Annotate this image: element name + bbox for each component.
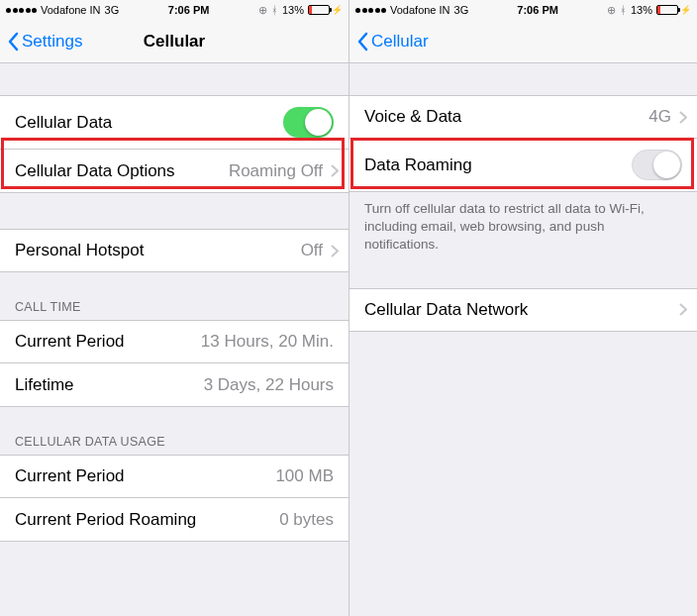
status-bar: Vodafone IN 3G 7:06 PM ⊕ ᚼ 13% ⚡ bbox=[349, 0, 697, 20]
battery-pct-label: 13% bbox=[631, 4, 652, 16]
carrier-label: Vodafone IN bbox=[390, 4, 450, 16]
row-label: Current Period bbox=[15, 332, 125, 352]
row-label: Voice & Data bbox=[364, 107, 461, 127]
nav-bar: Settings Cellular bbox=[0, 20, 348, 63]
row-label: Current Period bbox=[15, 466, 125, 486]
row-call-lifetime: Lifetime 3 Days, 22 Hours bbox=[0, 363, 348, 407]
row-label: Cellular Data Network bbox=[364, 300, 528, 320]
back-label: Cellular bbox=[371, 32, 429, 51]
row-label: Cellular Data Options bbox=[15, 161, 175, 181]
signal-dots-icon bbox=[6, 8, 37, 13]
section-header-call-time: CALL TIME bbox=[0, 272, 348, 320]
row-label: Lifetime bbox=[15, 375, 74, 395]
row-voice-data[interactable]: Voice & Data 4G bbox=[349, 95, 697, 139]
pane-cellular: Vodafone IN 3G 7:06 PM ⊕ ᚼ 13% ⚡ Setting… bbox=[0, 0, 348, 616]
orientation-lock-icon: ⊕ bbox=[258, 4, 267, 17]
bluetooth-icon: ᚼ bbox=[271, 4, 278, 16]
toggle-data-roaming[interactable] bbox=[632, 150, 682, 180]
row-usage-current-period: Current Period 100 MB bbox=[0, 455, 348, 498]
row-value: 0 bytes bbox=[279, 510, 334, 530]
row-call-current-period: Current Period 13 Hours, 20 Min. bbox=[0, 320, 348, 363]
nav-bar: Cellular bbox=[349, 20, 697, 63]
row-cellular-data-network[interactable]: Cellular Data Network bbox=[349, 288, 697, 332]
orientation-lock-icon: ⊕ bbox=[607, 4, 616, 17]
row-cellular-data[interactable]: Cellular Data bbox=[0, 95, 348, 150]
signal-dots-icon bbox=[355, 8, 386, 13]
chevron-right-icon bbox=[679, 303, 687, 316]
network-label: 3G bbox=[454, 4, 469, 16]
status-bar: Vodafone IN 3G 7:06 PM ⊕ ᚼ 13% ⚡ bbox=[0, 0, 348, 20]
back-button[interactable]: Cellular bbox=[357, 32, 429, 51]
battery-icon bbox=[308, 5, 330, 15]
clock-label: 7:06 PM bbox=[168, 4, 210, 16]
row-usage-roaming: Current Period Roaming 0 bytes bbox=[0, 498, 348, 542]
section-header-data-usage: CELLULAR DATA USAGE bbox=[0, 407, 348, 455]
carrier-label: Vodafone IN bbox=[41, 4, 101, 16]
charging-icon: ⚡ bbox=[332, 5, 343, 15]
network-label: 3G bbox=[105, 4, 120, 16]
row-label: Personal Hotspot bbox=[15, 241, 144, 260]
footer-text: Turn off cellular data to restrict all d… bbox=[349, 192, 697, 266]
row-data-roaming[interactable]: Data Roaming bbox=[349, 139, 697, 192]
row-personal-hotspot[interactable]: Personal Hotspot Off bbox=[0, 229, 348, 272]
clock-label: 7:06 PM bbox=[517, 4, 558, 16]
row-label: Cellular Data bbox=[15, 113, 112, 133]
chevron-right-icon bbox=[331, 164, 339, 177]
row-cellular-data-options[interactable]: Cellular Data Options Roaming Off bbox=[0, 150, 348, 193]
row-value: 100 MB bbox=[275, 466, 334, 486]
back-button[interactable]: Settings bbox=[8, 32, 82, 51]
back-label: Settings bbox=[22, 32, 82, 51]
chevron-right-icon bbox=[331, 245, 339, 257]
row-value: 3 Days, 22 Hours bbox=[204, 375, 334, 395]
battery-pct-label: 13% bbox=[282, 4, 304, 16]
row-value: Roaming Off bbox=[229, 161, 323, 181]
row-label: Current Period Roaming bbox=[15, 510, 196, 530]
chevron-right-icon bbox=[679, 111, 687, 124]
chevron-left-icon bbox=[357, 32, 369, 51]
charging-icon: ⚡ bbox=[680, 5, 691, 15]
row-value: 4G bbox=[648, 107, 671, 127]
pane-cellular-options: Vodafone IN 3G 7:06 PM ⊕ ᚼ 13% ⚡ Cellula… bbox=[348, 0, 697, 616]
row-value: 13 Hours, 20 Min. bbox=[201, 332, 334, 352]
page-title: Cellular bbox=[144, 32, 205, 51]
battery-icon bbox=[656, 5, 678, 15]
chevron-left-icon bbox=[8, 32, 20, 51]
row-label: Data Roaming bbox=[364, 155, 472, 175]
bluetooth-icon: ᚼ bbox=[620, 4, 627, 16]
row-value: Off bbox=[301, 241, 323, 260]
toggle-cellular-data[interactable] bbox=[283, 107, 334, 138]
